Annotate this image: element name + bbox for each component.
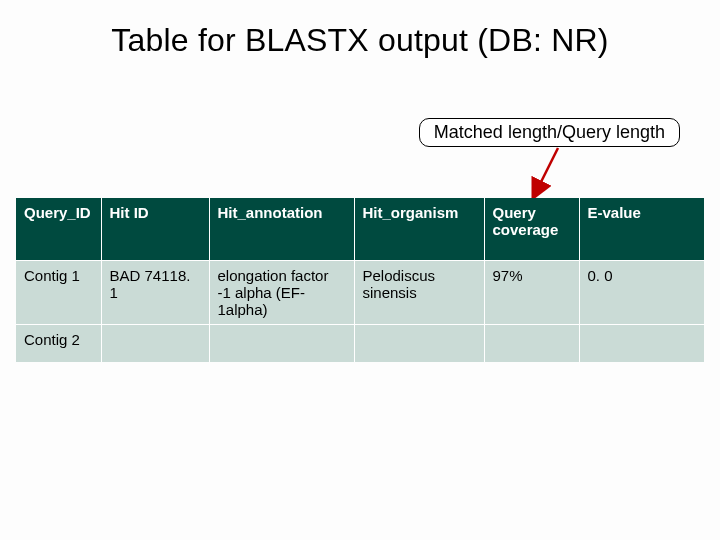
cell-e-value: 0. 0 — [579, 261, 704, 325]
col-header-hit-annotation: Hit_annotation — [209, 198, 354, 261]
cell-hit-annotation: elongation factor -1 alpha (EF-1alpha) — [209, 261, 354, 325]
cell-hit-id — [101, 325, 209, 363]
cell-query-coverage — [484, 325, 579, 363]
arrow-icon — [528, 146, 568, 202]
col-header-query-id: Query_ID — [16, 198, 101, 261]
col-header-query-coverage: Query coverage — [484, 198, 579, 261]
col-header-e-value: E-value — [579, 198, 704, 261]
cell-query-coverage: 97% — [484, 261, 579, 325]
cell-hit-organism — [354, 325, 484, 363]
col-header-hit-organism: Hit_organism — [354, 198, 484, 261]
page-title: Table for BLASTX output (DB: NR) — [0, 0, 720, 59]
col-header-hit-id: Hit ID — [101, 198, 209, 261]
svg-line-1 — [536, 148, 558, 192]
table-row: Contig 1 BAD 74118. 1 elongation factor … — [16, 261, 704, 325]
callout-annotation: Matched length/Query length — [419, 118, 680, 147]
cell-hit-id: BAD 74118. 1 — [101, 261, 209, 325]
cell-hit-annotation — [209, 325, 354, 363]
cell-hit-organism: Pelodiscus sinensis — [354, 261, 484, 325]
blastx-table: Query_ID Hit ID Hit_annotation Hit_organ… — [16, 198, 704, 362]
cell-query-id: Contig 2 — [16, 325, 101, 363]
cell-e-value — [579, 325, 704, 363]
cell-query-id: Contig 1 — [16, 261, 101, 325]
table-row: Contig 2 — [16, 325, 704, 363]
table-header-row: Query_ID Hit ID Hit_annotation Hit_organ… — [16, 198, 704, 261]
